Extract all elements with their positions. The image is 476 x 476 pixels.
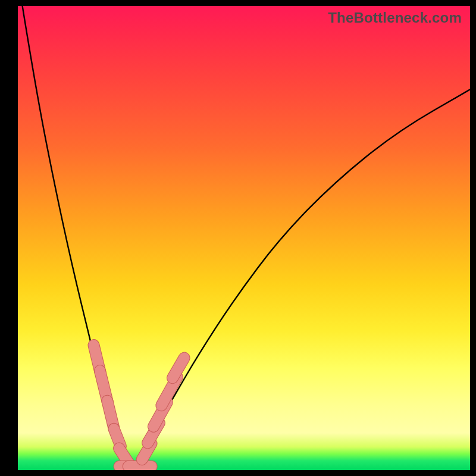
plot-area: TheBottleneck.com — [18, 6, 470, 470]
curve-markers — [94, 345, 184, 466]
curve-layer — [18, 6, 470, 470]
chart-frame: TheBottleneck.com — [0, 0, 476, 476]
curve-right-branch — [131, 89, 470, 470]
curve-left-branch — [23, 6, 131, 470]
bottleneck-curve — [23, 6, 470, 470]
